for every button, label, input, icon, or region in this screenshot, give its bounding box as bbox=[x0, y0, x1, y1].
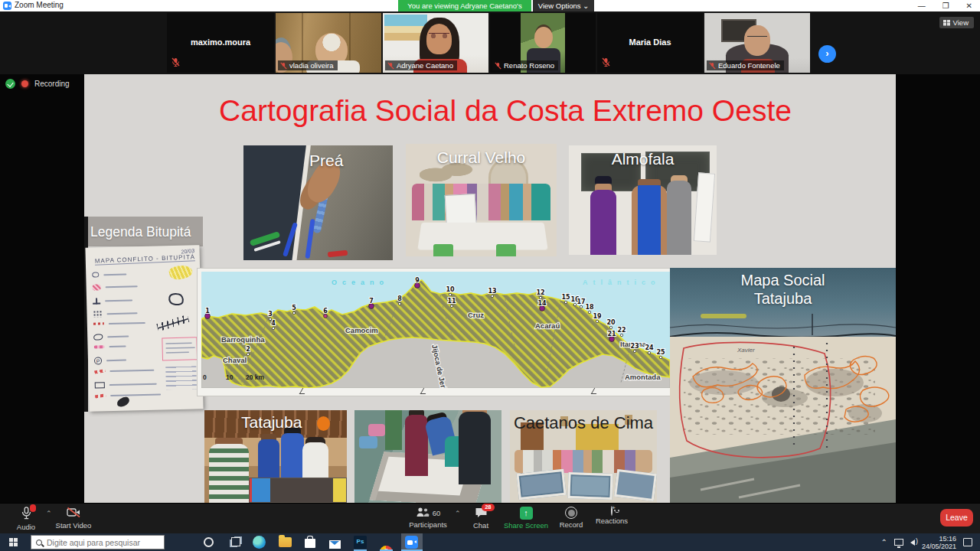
ocean-label-2: Atlântico bbox=[583, 279, 661, 286]
zoom-app-icon bbox=[3, 2, 11, 10]
participant-tile[interactable]: maximo.moura bbox=[167, 13, 274, 73]
minimize-icon[interactable]: — bbox=[918, 0, 926, 11]
participant-name-chip: vladia oliveira bbox=[278, 60, 338, 70]
slide-title: Cartografia Social da Costa Extremo Oest… bbox=[115, 94, 896, 128]
svg-text:2: 2 bbox=[246, 346, 250, 353]
chat-icon: 28 bbox=[475, 507, 488, 520]
maximize-icon[interactable]: ❐ bbox=[942, 0, 949, 11]
record-button[interactable]: Record bbox=[554, 507, 588, 529]
participant-tile[interactable]: Maria Dias bbox=[597, 13, 703, 73]
edge-browser-icon[interactable] bbox=[253, 536, 266, 549]
photo-almofala: Almofala bbox=[569, 145, 717, 255]
photo-caption: Caetanos de Cima bbox=[510, 413, 657, 433]
taskbar-search-box[interactable] bbox=[31, 535, 165, 549]
grid-view-icon bbox=[943, 20, 950, 26]
svg-text:23: 23 bbox=[630, 343, 639, 350]
mic-muted-icon bbox=[709, 62, 716, 70]
taskbar-clock[interactable]: 15:16 24/05/2021 bbox=[922, 535, 956, 550]
start-video-button[interactable]: Start Video bbox=[52, 507, 95, 530]
participant-tile-active-speaker[interactable]: Adryane Caetano bbox=[383, 13, 488, 73]
clock-date: 24/05/2021 bbox=[922, 543, 956, 550]
file-explorer-icon[interactable] bbox=[279, 537, 292, 547]
video-off-icon bbox=[67, 507, 81, 520]
photoshop-icon[interactable]: Ps bbox=[354, 536, 367, 549]
network-icon[interactable] bbox=[894, 539, 903, 546]
svg-text:10: 10 bbox=[226, 373, 234, 381]
participant-tile[interactable]: Renato Roseno bbox=[490, 13, 596, 73]
participants-count: 60 bbox=[433, 509, 441, 517]
participants-icon bbox=[416, 507, 430, 519]
svg-text:21: 21 bbox=[607, 331, 616, 337]
recording-dot-icon bbox=[21, 80, 28, 87]
security-shield-icon[interactable] bbox=[5, 79, 15, 89]
mic-muted-icon bbox=[495, 62, 501, 70]
photo-caption: Preá bbox=[309, 152, 343, 170]
zoom-meeting-window: Zoom Meeting You are viewing Adryane Cae… bbox=[0, 0, 980, 551]
search-icon bbox=[36, 540, 42, 546]
svg-text:20: 20 bbox=[606, 319, 616, 326]
share-screen-button[interactable]: ↑ Share Screen bbox=[501, 507, 550, 530]
recording-indicator: Recording bbox=[5, 79, 70, 89]
audio-options-caret[interactable]: ⌃ bbox=[46, 510, 52, 517]
shared-screen-area: Recording Cartografia Social da Costa Ex… bbox=[0, 74, 980, 503]
leave-button[interactable]: Leave bbox=[940, 509, 973, 527]
action-center-icon[interactable] bbox=[963, 538, 972, 546]
audio-button[interactable]: Audio bbox=[9, 507, 43, 531]
close-icon[interactable]: ✕ bbox=[966, 0, 972, 11]
reactions-button[interactable]: + Reactions bbox=[591, 507, 632, 525]
volume-icon[interactable] bbox=[910, 540, 915, 546]
tatajuba-social-map: Xavier Mapa Social Tatajuba bbox=[670, 268, 896, 503]
balloon bbox=[317, 416, 330, 431]
presentation-slide: Cartografia Social da Costa Extremo Oest… bbox=[84, 74, 896, 503]
participant-name: maximo.moura bbox=[167, 37, 274, 47]
svg-text:19: 19 bbox=[593, 313, 602, 320]
search-input[interactable] bbox=[47, 538, 154, 547]
share-screen-icon: ↑ bbox=[520, 507, 533, 520]
photo-tatajuba: Tatajuba bbox=[204, 410, 347, 503]
mail-icon[interactable] bbox=[329, 536, 342, 549]
crowd bbox=[514, 450, 652, 473]
svg-text:9: 9 bbox=[415, 277, 420, 284]
participants-strip: maximo.moura vladia oliveira bbox=[0, 11, 980, 74]
svg-text:20 km: 20 km bbox=[246, 373, 265, 381]
view-layout-button[interactable]: View bbox=[939, 17, 974, 28]
participant-tile[interactable]: vladia oliveira bbox=[276, 13, 381, 73]
svg-text:Cruz: Cruz bbox=[468, 311, 484, 319]
photo-workshop-table bbox=[354, 410, 501, 503]
view-options-dropdown[interactable]: View Options ⌄ bbox=[533, 0, 594, 11]
clock-time: 15:16 bbox=[922, 535, 956, 543]
next-participants-button[interactable]: › bbox=[818, 45, 836, 63]
mic-muted-icon bbox=[172, 56, 180, 70]
microsoft-store-icon[interactable] bbox=[305, 539, 315, 548]
hidden-icons-caret[interactable]: ⌃ bbox=[881, 538, 887, 546]
svg-text:18: 18 bbox=[585, 304, 594, 311]
zoom-app-taskbar-tile[interactable] bbox=[401, 533, 423, 551]
svg-text:24: 24 bbox=[645, 344, 654, 351]
svg-text:Acaraú: Acaraú bbox=[535, 321, 560, 330]
svg-text:5: 5 bbox=[292, 305, 296, 311]
svg-text:0: 0 bbox=[203, 373, 207, 381]
participants-button[interactable]: 60 Participants bbox=[404, 507, 452, 529]
circled-p-symbol: P bbox=[94, 357, 102, 364]
svg-text:22: 22 bbox=[617, 327, 626, 334]
cortana-icon[interactable] bbox=[204, 537, 214, 547]
svg-text:3: 3 bbox=[268, 311, 273, 318]
participants-options-caret[interactable]: ⌃ bbox=[455, 510, 461, 517]
svg-text:7: 7 bbox=[369, 298, 374, 305]
photo-caption: Curral Velho bbox=[406, 148, 557, 167]
chat-button[interactable]: 28 Chat bbox=[466, 507, 496, 530]
participant-name-chip: Eduardo Fontenele bbox=[707, 60, 784, 70]
task-view-icon[interactable] bbox=[231, 537, 240, 546]
mic-muted-icon bbox=[280, 62, 287, 70]
zoom-toolbar: Audio ⌃ Start Video 60 Participants ⌃ 28 bbox=[0, 503, 980, 533]
mic-muted-icon bbox=[602, 56, 610, 70]
participant-name-chip: Renato Roseno bbox=[492, 60, 558, 70]
photo-caetanos-de-cima: Caetanos de Cima bbox=[510, 410, 657, 503]
viewing-screen-banner: You are viewing Adryane Caetano's screen bbox=[398, 0, 531, 11]
photo-curral-velho: Curral Velho bbox=[406, 144, 557, 256]
audio-alert-badge bbox=[30, 504, 35, 512]
windows-start-button[interactable] bbox=[9, 538, 18, 546]
chat-unread-badge: 28 bbox=[482, 504, 494, 511]
participant-tile[interactable]: Eduardo Fontenele bbox=[704, 13, 810, 73]
ocean-label: Oceano bbox=[332, 279, 389, 286]
